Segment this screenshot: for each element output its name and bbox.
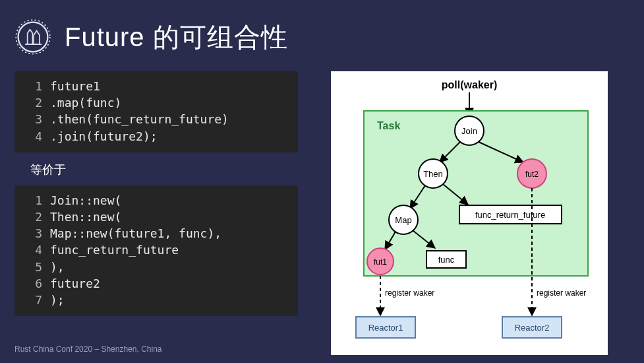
reactor1-box: Reactor1 bbox=[368, 323, 403, 333]
code-text: .map(func) bbox=[50, 94, 121, 111]
reactor2-box: Reactor2 bbox=[515, 323, 550, 333]
code-text: future2 bbox=[50, 275, 100, 292]
frf-box: func_return_future bbox=[475, 210, 545, 220]
map-node: Map bbox=[395, 215, 411, 225]
code-text: func_return_future bbox=[50, 242, 179, 258]
slide-footer: Rust China Conf 2020 – Shenzhen, China bbox=[15, 345, 161, 354]
register-waker-1: register waker bbox=[385, 288, 434, 298]
code-text: ), bbox=[50, 259, 65, 275]
code-text: Join::new( bbox=[50, 192, 121, 209]
fut2-node: fut2 bbox=[525, 170, 539, 179]
func-box: func bbox=[438, 255, 455, 265]
code-text: future1 bbox=[50, 78, 100, 94]
code-text: Then::new( bbox=[50, 209, 121, 225]
slide-title: Future 的可组合性 bbox=[65, 19, 288, 55]
code-text: .then(func_return_future) bbox=[50, 111, 229, 127]
code-text: Map::new(future1, func), bbox=[50, 225, 221, 242]
code-block-2: 1Join::new( 2 Then::new( 3 Map::new(futu… bbox=[15, 185, 298, 316]
task-box-label: Task bbox=[377, 120, 400, 131]
code-column: 1future1 2 .map(func) 3 .then(func_retur… bbox=[15, 71, 298, 355]
conference-logo-icon bbox=[15, 18, 51, 55]
code-text: .join(future2); bbox=[50, 128, 158, 145]
then-node: Then bbox=[423, 169, 443, 179]
join-node: Join bbox=[461, 126, 477, 136]
poll-label: poll(waker) bbox=[442, 79, 497, 90]
code-block-1: 1future1 2 .map(func) 3 .then(func_retur… bbox=[15, 71, 298, 152]
fut1-node: fut1 bbox=[374, 257, 387, 267]
equivalent-label: 等价于 bbox=[15, 152, 298, 185]
code-text: ); bbox=[50, 292, 65, 308]
register-waker-2: register waker bbox=[537, 288, 586, 298]
future-tree-diagram: poll(waker) Task Join Then fut2 bbox=[331, 71, 608, 355]
